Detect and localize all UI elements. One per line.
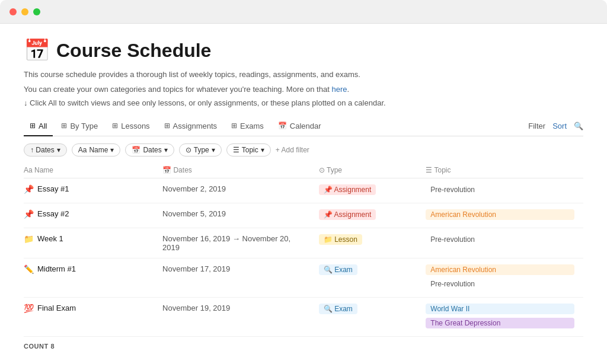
filter-dates[interactable]: 📅 Dates ▾ bbox=[125, 143, 174, 157]
data-table: Aa Name 📅 Dates ⊙ Type ☰ Topic 📌 bbox=[24, 162, 583, 337]
filter-name[interactable]: Aa Name ▾ bbox=[72, 143, 121, 157]
sort-button[interactable]: Sort bbox=[552, 122, 567, 130]
filter-type-chevron: ▾ bbox=[212, 146, 215, 154]
page-title: Course Schedule bbox=[56, 40, 211, 62]
arrow-note: ↓ Click All to switch views and see only… bbox=[24, 98, 583, 107]
topic-badge: Pre-revolution bbox=[426, 279, 574, 289]
date-cell: November 19, 2019 bbox=[155, 297, 312, 336]
row-icon: 📌 bbox=[24, 184, 34, 194]
tab-lessons[interactable]: ⊞ Lessons bbox=[106, 117, 155, 136]
tab-assignments[interactable]: ⊞ Assignments bbox=[158, 117, 223, 136]
type-badge: 📌 Assignment bbox=[319, 209, 376, 220]
tab-bytype[interactable]: ⊞ By Type bbox=[55, 117, 104, 136]
topic-cell: Pre-revolution bbox=[418, 178, 583, 203]
tab-all[interactable]: ⊞ All bbox=[24, 117, 53, 136]
filter-dates-icon: 📅 bbox=[132, 146, 140, 154]
filter-dates-label: Dates bbox=[143, 146, 161, 154]
tab-lessons-icon: ⊞ bbox=[112, 122, 118, 130]
tab-bytype-label: By Type bbox=[70, 122, 98, 130]
filter-topic-icon: ☰ bbox=[233, 146, 239, 154]
type-cell: 📁 Lesson bbox=[312, 228, 418, 258]
col-topic-label: Topic bbox=[434, 166, 451, 174]
tab-bytype-icon: ⊞ bbox=[61, 122, 67, 130]
col-header-name: Aa Name bbox=[24, 162, 155, 178]
topic-cell: Pre-revolution bbox=[418, 228, 583, 258]
count-bar: COUNT 8 bbox=[24, 337, 583, 356]
window-buttons bbox=[9, 8, 40, 15]
date-cell: November 5, 2019 bbox=[155, 203, 312, 228]
filter-name-label: Name bbox=[89, 146, 108, 154]
tab-calendar[interactable]: 📅 Calendar bbox=[272, 117, 327, 136]
tabs-right: Filter Sort 🔍 bbox=[528, 122, 583, 130]
row-icon: 💯 bbox=[24, 304, 34, 313]
close-button[interactable] bbox=[9, 8, 17, 15]
tab-exams-icon: ⊞ bbox=[231, 122, 237, 130]
filter-type[interactable]: ⊙ Type ▾ bbox=[179, 143, 222, 157]
row-name: Final Exam bbox=[37, 304, 76, 312]
tab-exams[interactable]: ⊞ Exams bbox=[225, 117, 270, 136]
row-icon: ✏️ bbox=[24, 264, 34, 274]
filter-topic[interactable]: ☰ Topic ▾ bbox=[226, 143, 271, 157]
row-name: Week 1 bbox=[37, 234, 63, 243]
page-icon: 📅 bbox=[24, 38, 50, 63]
table-row[interactable]: 📌 Essay #1 November 2, 2019📌 AssignmentP… bbox=[24, 178, 583, 203]
filter-button[interactable]: Filter bbox=[528, 122, 545, 130]
table-row[interactable]: 💯 Final Exam November 19, 2019🔍 ExamWorl… bbox=[24, 297, 583, 336]
date-cell: November 16, 2019 → November 20, 2019 bbox=[155, 228, 312, 258]
name-cell: 📌 Essay #2 bbox=[24, 209, 148, 219]
topic-cell: American RevolutionPre-revolution bbox=[418, 258, 583, 297]
name-cell: ✏️ Midterm #1 bbox=[24, 264, 148, 274]
date-cell: November 17, 2019 bbox=[155, 258, 312, 297]
filter-dates-asc-chevron: ▾ bbox=[57, 146, 60, 154]
col-name-icon: Aa bbox=[24, 166, 33, 174]
col-dates-label: Dates bbox=[173, 166, 191, 174]
topic-badge: World War II bbox=[426, 304, 574, 314]
col-dates-icon: 📅 bbox=[162, 166, 171, 174]
maximize-button[interactable] bbox=[33, 8, 40, 15]
table-row[interactable]: 📁 Week 1 November 16, 2019 → November 20… bbox=[24, 228, 583, 258]
row-icon: 📌 bbox=[24, 209, 34, 219]
col-type-label: Type bbox=[327, 166, 342, 174]
date-cell: November 2, 2019 bbox=[155, 178, 312, 203]
row-icon: 📁 bbox=[24, 234, 34, 244]
type-cell: 🔍 Exam bbox=[312, 258, 418, 297]
description-line2: You can create your own categories and t… bbox=[24, 84, 583, 96]
col-header-dates: 📅 Dates bbox=[155, 162, 312, 178]
col-name-label: Name bbox=[34, 166, 53, 174]
col-topic-icon: ☰ bbox=[426, 166, 432, 174]
search-button[interactable]: 🔍 bbox=[574, 122, 583, 130]
type-cell: 📌 Assignment bbox=[312, 203, 418, 228]
filter-dates-asc[interactable]: ↑ Dates ▾ bbox=[24, 143, 67, 157]
table-row[interactable]: 📌 Essay #2 November 5, 2019📌 AssignmentA… bbox=[24, 203, 583, 228]
minimize-button[interactable] bbox=[21, 8, 28, 15]
topic-badge: The Great Depression bbox=[426, 318, 574, 328]
type-badge: 📁 Lesson bbox=[319, 234, 362, 245]
type-badge: 🔍 Exam bbox=[319, 304, 357, 314]
filter-bar: ↑ Dates ▾ Aa Name ▾ 📅 Dates ▾ ⊙ Type ▾ ☰… bbox=[24, 143, 583, 157]
page-header: 📅 Course Schedule bbox=[24, 38, 583, 63]
name-cell: 💯 Final Exam bbox=[24, 304, 148, 313]
count-value: 8 bbox=[50, 343, 55, 350]
row-name: Essay #2 bbox=[37, 209, 69, 218]
type-badge: 🔍 Exam bbox=[319, 264, 357, 275]
topic-badge: Pre-revolution bbox=[426, 234, 574, 245]
type-badge: 📌 Assignment bbox=[319, 184, 376, 195]
tab-all-label: All bbox=[39, 122, 47, 130]
add-filter-button[interactable]: + Add filter bbox=[276, 146, 309, 154]
row-name: Essay #1 bbox=[37, 184, 69, 193]
topic-cell: American Revolution bbox=[418, 203, 583, 228]
name-cell: 📌 Essay #1 bbox=[24, 184, 148, 194]
tab-assignments-label: Assignments bbox=[173, 122, 217, 130]
tab-calendar-icon: 📅 bbox=[278, 122, 287, 130]
here-link[interactable]: here bbox=[331, 85, 347, 94]
tab-exams-label: Exams bbox=[240, 122, 264, 130]
tab-assignments-icon: ⊞ bbox=[164, 122, 170, 130]
table-row[interactable]: ✏️ Midterm #1 November 17, 2019🔍 ExamAme… bbox=[24, 258, 583, 297]
tab-all-icon: ⊞ bbox=[30, 122, 36, 130]
tab-calendar-label: Calendar bbox=[290, 122, 321, 130]
filter-type-label: Type bbox=[194, 146, 209, 154]
filter-dates-asc-label: ↑ Dates bbox=[30, 146, 55, 154]
tabs-bar: ⊞ All ⊞ By Type ⊞ Lessons ⊞ Assignments … bbox=[24, 117, 583, 136]
filter-name-chevron: ▾ bbox=[110, 146, 114, 154]
col-type-icon: ⊙ bbox=[319, 166, 325, 174]
